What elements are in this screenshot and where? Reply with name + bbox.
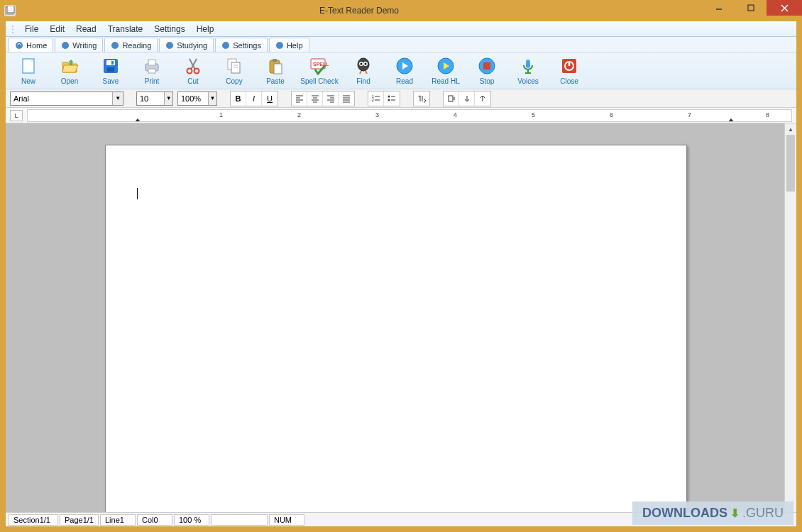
left-indent-marker[interactable] bbox=[134, 118, 141, 122]
readhl-button[interactable]: Read HL bbox=[427, 54, 464, 88]
menu-help[interactable]: Help bbox=[191, 23, 220, 35]
svg-rect-14 bbox=[106, 60, 115, 65]
open-icon bbox=[60, 56, 79, 76]
menubar-grip: ⋮ bbox=[9, 24, 16, 34]
paragraph-ltr-button[interactable] bbox=[414, 92, 429, 106]
dropdown-arrow-icon[interactable]: ▼ bbox=[208, 92, 216, 105]
text-cursor bbox=[137, 188, 138, 199]
font-combo[interactable]: ▼ bbox=[10, 92, 123, 106]
titlebar: E-Text Reader Demo bbox=[0, 0, 802, 21]
close-app-button[interactable]: Close bbox=[551, 54, 588, 88]
align-group bbox=[291, 91, 355, 106]
voices-button[interactable]: Voices bbox=[510, 54, 546, 88]
list-group: 12 bbox=[368, 91, 400, 106]
document-area: ▲ bbox=[6, 123, 796, 512]
menu-translate[interactable]: Translate bbox=[102, 23, 149, 35]
svg-rect-29 bbox=[273, 59, 277, 62]
watermark: DOWNLOADS ⬇ .GURU bbox=[632, 501, 793, 525]
tab-help[interactable]: Help bbox=[269, 38, 309, 52]
bold-button[interactable]: B bbox=[231, 92, 246, 106]
scroll-up-icon[interactable]: ▲ bbox=[785, 123, 796, 135]
status-zoom: 100 % bbox=[174, 514, 209, 526]
tab-studying[interactable]: Studying bbox=[159, 38, 214, 52]
status-page: Page1/1 bbox=[60, 514, 99, 526]
outdent-button[interactable] bbox=[444, 92, 459, 106]
menu-settings[interactable]: Settings bbox=[148, 23, 190, 35]
svg-point-36 bbox=[361, 63, 363, 65]
dropdown-arrow-icon[interactable]: ▼ bbox=[164, 92, 172, 105]
tab-settings[interactable]: Settings bbox=[215, 38, 268, 52]
align-center-button[interactable] bbox=[307, 92, 323, 106]
zoom-combo[interactable]: ▼ bbox=[177, 92, 217, 106]
zoom-input[interactable] bbox=[178, 92, 208, 105]
menu-edit[interactable]: Edit bbox=[44, 23, 70, 35]
tab-icon bbox=[61, 41, 70, 50]
bullet-list-button[interactable] bbox=[384, 92, 400, 106]
menu-file[interactable]: File bbox=[19, 23, 44, 35]
font-input[interactable] bbox=[11, 92, 112, 105]
readhl-icon bbox=[436, 56, 456, 76]
find-button[interactable]: Find bbox=[345, 54, 382, 88]
ruler-row: L 1 2 3 4 5 6 7 8 bbox=[6, 108, 796, 123]
ruler-mark: 4 bbox=[454, 111, 457, 118]
italic-button[interactable]: I bbox=[246, 92, 262, 106]
cut-button[interactable]: Cut bbox=[175, 54, 212, 88]
dropdown-arrow-icon[interactable]: ▼ bbox=[112, 92, 123, 105]
close-button[interactable] bbox=[767, 0, 802, 16]
paste-icon bbox=[265, 56, 285, 76]
tab-reading[interactable]: Reading bbox=[104, 38, 158, 52]
tab-icon bbox=[275, 41, 284, 50]
tab-writing[interactable]: Writing bbox=[55, 38, 103, 52]
sort-down-button[interactable] bbox=[459, 92, 475, 106]
svg-point-68 bbox=[388, 95, 390, 97]
open-button[interactable]: Open bbox=[51, 54, 88, 88]
horizontal-ruler[interactable]: 1 2 3 4 5 6 7 8 bbox=[27, 109, 792, 122]
ruler-mark: 3 bbox=[375, 111, 379, 118]
watermark-text: .GURU bbox=[742, 506, 784, 521]
copy-button[interactable]: Copy bbox=[216, 54, 253, 88]
tab-label: Home bbox=[26, 41, 47, 50]
tab-home[interactable]: Home bbox=[9, 38, 53, 52]
vertical-scrollbar[interactable]: ▲ bbox=[784, 123, 796, 512]
tab-icon bbox=[221, 41, 230, 50]
read-button[interactable]: Read bbox=[386, 54, 423, 88]
fontsize-combo[interactable]: ▼ bbox=[136, 92, 173, 106]
toolbar-label: Voices bbox=[517, 77, 538, 85]
align-left-button[interactable] bbox=[292, 92, 307, 106]
cut-icon bbox=[183, 56, 203, 76]
toolbar-label: Open bbox=[61, 77, 78, 85]
align-right-button[interactable] bbox=[323, 92, 339, 106]
spellcheck-button[interactable]: SPELLSpell Check bbox=[298, 54, 341, 88]
toolbar-label: Copy bbox=[226, 77, 242, 85]
maximize-button[interactable] bbox=[735, 0, 767, 16]
save-button[interactable]: Save bbox=[92, 54, 129, 88]
align-justify-button[interactable] bbox=[339, 92, 354, 106]
svg-rect-42 bbox=[526, 60, 530, 68]
new-button[interactable]: New bbox=[10, 54, 47, 88]
svg-rect-3 bbox=[748, 5, 754, 11]
scrollbar-thumb[interactable] bbox=[786, 135, 795, 192]
status-line: Line1 bbox=[100, 514, 136, 526]
minimize-button[interactable] bbox=[703, 0, 735, 16]
print-icon bbox=[142, 56, 162, 76]
toolbar-label: Paste bbox=[266, 77, 285, 85]
fontsize-input[interactable] bbox=[137, 92, 164, 105]
paste-button[interactable]: Paste bbox=[257, 54, 294, 88]
document-page[interactable] bbox=[105, 145, 687, 512]
tab-selector-button[interactable]: L bbox=[10, 110, 23, 121]
sort-up-button[interactable] bbox=[475, 92, 490, 106]
menu-read[interactable]: Read bbox=[70, 23, 102, 35]
svg-text:2: 2 bbox=[372, 98, 374, 102]
underline-button[interactable]: U bbox=[262, 92, 278, 106]
toolbar: New Open Save Print Cut Copy Paste SPELL… bbox=[6, 52, 796, 89]
ruler-mark: 6 bbox=[610, 111, 613, 118]
print-button[interactable]: Print bbox=[133, 54, 170, 88]
svg-rect-18 bbox=[148, 60, 155, 65]
stop-button[interactable]: Stop bbox=[468, 54, 505, 88]
numbered-list-button[interactable]: 12 bbox=[368, 92, 384, 106]
close-app-icon bbox=[559, 56, 579, 76]
tab-label: Studying bbox=[177, 41, 207, 50]
toolbar-label: Read HL bbox=[432, 77, 459, 85]
right-indent-marker[interactable] bbox=[727, 118, 735, 122]
status-section: Section1/1 bbox=[9, 514, 58, 526]
